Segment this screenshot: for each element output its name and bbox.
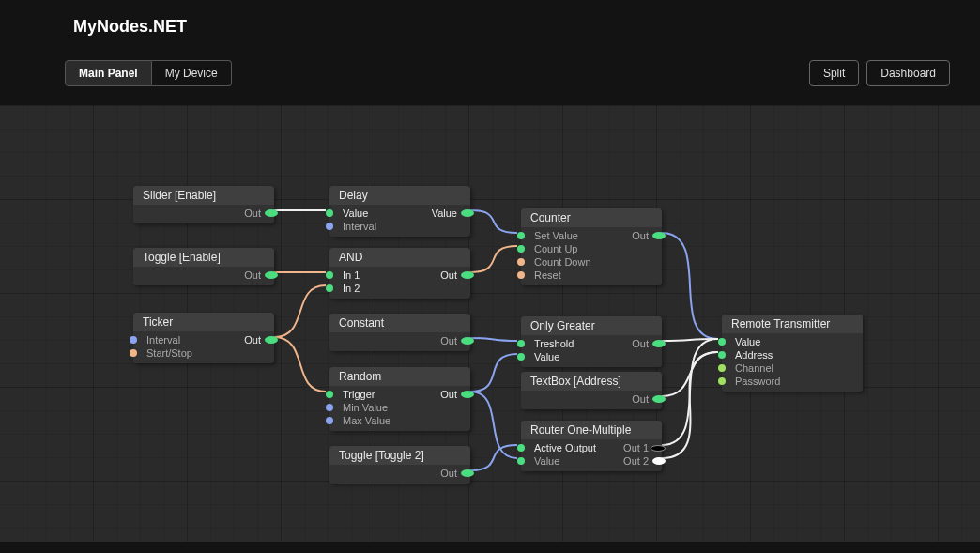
port-out-2[interactable] [652,457,666,465]
port-out-1[interactable] [651,445,666,452]
port-in-1[interactable] [326,271,333,279]
port-in-min[interactable] [326,404,333,411]
port-in-max[interactable] [326,417,333,424]
port-label-treshold: Treshold [521,338,574,349]
status-bar [0,542,980,553]
node-title: Random [329,367,470,386]
node-toggle2[interactable]: Toggle [Toggle 2] Out [329,446,470,484]
nav-tabs: Main Panel My Device [65,60,232,86]
port-label-channel: Channel [722,362,773,374]
port-label-startstop: Start/Stop [133,347,192,359]
node-toggle[interactable]: Toggle [Enable] Out [133,248,274,285]
node-textbox[interactable]: TextBox [Address] Out [521,372,662,409]
node-title: AND [329,248,470,267]
app-title: MyNodes.NET [73,17,187,37]
port-label-password: Password [722,376,780,387]
port-out[interactable] [652,340,666,347]
tab-main-panel[interactable]: Main Panel [65,60,152,86]
node-title: Only Greater [521,316,662,335]
port-label-interval: Interval [133,334,180,346]
port-in-reset[interactable] [517,271,525,279]
node-canvas[interactable]: Slider [Enable] Out Toggle [Enable] Out … [0,105,980,542]
port-label-in1: In 1 [329,269,360,281]
port-label-min: Min Value [329,402,388,413]
port-in-value[interactable] [517,457,525,465]
port-in-password[interactable] [718,377,726,385]
node-title: Ticker [133,313,274,331]
port-out[interactable] [652,232,666,239]
port-in-active[interactable] [517,444,525,452]
port-out[interactable] [652,395,666,403]
port-label-interval: Interval [329,221,376,232]
port-label-max: Max Value [329,415,390,426]
port-in-setvalue[interactable] [517,232,525,239]
node-onlygreater[interactable]: Only Greater Treshold Out Value [521,316,662,367]
dashboard-button[interactable]: Dashboard [866,60,950,86]
node-title: Counter [521,208,662,227]
port-out[interactable] [461,391,474,398]
port-label-setvalue: Set Value [521,230,578,241]
port-out[interactable] [265,336,278,344]
port-in-countup[interactable] [517,245,525,253]
port-in-value[interactable] [517,353,525,361]
port-out[interactable] [265,209,278,217]
node-title: Slider [Enable] [133,186,274,205]
port-in-trigger[interactable] [326,391,333,398]
port-in-channel[interactable] [718,364,726,372]
port-label-countdown: Count Down [521,256,591,268]
port-out[interactable] [265,271,278,279]
node-router[interactable]: Router One-Multiple Active Output Out 1 … [521,421,662,471]
node-title: Router One-Multiple [521,421,662,439]
port-in-2[interactable] [326,284,333,292]
port-label-active: Active Output [521,442,596,453]
port-in-startstop[interactable] [130,349,137,357]
node-remote[interactable]: Remote Transmitter Value Address Channel… [722,315,863,392]
port-in-value[interactable] [718,338,726,346]
node-title: Remote Transmitter [722,315,863,333]
port-in-countdown[interactable] [517,258,525,266]
port-label-value: Value [329,207,368,219]
port-label-trigger: Trigger [329,389,375,400]
port-in-value[interactable] [326,209,333,217]
port-label-countup: Count Up [521,243,577,254]
node-delay[interactable]: Delay Value Value Interval [329,186,470,237]
port-out[interactable] [461,337,474,345]
node-title: Constant [329,314,470,332]
node-title: Delay [329,186,470,205]
port-label-in2: In 2 [329,283,360,294]
split-button[interactable]: Split [809,60,859,86]
port-out[interactable] [461,271,474,279]
port-in-treshold[interactable] [517,340,525,347]
port-label-address: Address [722,349,773,361]
node-slider[interactable]: Slider [Enable] Out [133,186,274,223]
tab-my-device[interactable]: My Device [152,60,232,86]
port-out[interactable] [461,469,474,477]
node-title: Toggle [Enable] [133,248,274,267]
node-title: TextBox [Address] [521,372,662,391]
port-out-value[interactable] [461,209,474,217]
node-ticker[interactable]: Ticker Interval Out Start/Stop [133,313,274,363]
port-label-value: Value [521,351,559,362]
port-label-value: Value [722,336,760,347]
port-in-interval[interactable] [326,223,333,230]
port-label-value: Value [521,455,559,467]
port-label-reset: Reset [521,269,561,281]
node-title: Toggle [Toggle 2] [329,446,470,465]
node-constant[interactable]: Constant Out [329,314,470,351]
node-counter[interactable]: Counter Set Value Out Count Up Count Dow… [521,208,662,285]
port-in-interval[interactable] [130,336,137,344]
port-in-address[interactable] [718,351,726,359]
node-and[interactable]: AND In 1 Out In 2 [329,248,470,299]
node-random[interactable]: Random Trigger Out Min Value Max Value [329,367,470,431]
